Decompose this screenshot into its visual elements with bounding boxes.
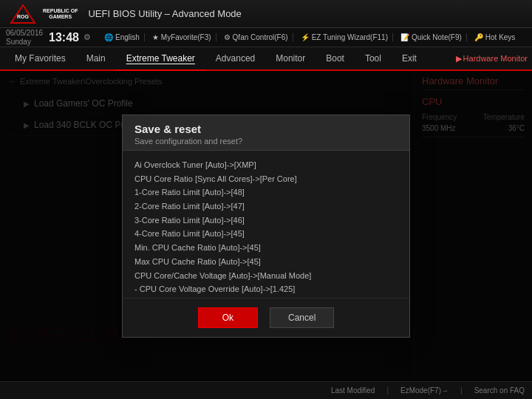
change-line-8: CPU Core/Cache Voltage [Auto]->[Manual M… <box>134 269 398 283</box>
ez-mode-label: EzMode(F7)→ <box>400 386 449 395</box>
footer-bar: Last Modified | EzMode(F7)→ | Search on … <box>0 381 532 399</box>
nav-boot[interactable]: Boot <box>316 47 355 71</box>
save-reset-modal: Save & reset Save configuration and rese… <box>122 115 410 338</box>
bios-title: UEFI BIOS Utility – Advanced Mode <box>88 8 241 19</box>
rog-emblem: ROG <box>7 4 38 24</box>
nav-my-favorites[interactable]: My Favorites <box>4 47 76 71</box>
change-line-4: 3-Core Ratio Limit [Auto]->[46] <box>134 214 398 228</box>
hot-keys-btn[interactable]: 🔑 Hot Keys <box>470 33 520 41</box>
language-icon: 🌐 <box>104 33 113 41</box>
nav-monitor[interactable]: Monitor <box>265 47 316 71</box>
qfan-label: Qfan Control(F6) <box>233 33 288 41</box>
ez-mode-item[interactable]: EzMode(F7)→ <box>400 386 449 395</box>
cancel-button[interactable]: Cancel <box>270 307 334 328</box>
change-line-9: - CPU Core Voltage Override [Auto]->[1.4… <box>134 282 398 296</box>
nav-advanced[interactable]: Advanced <box>205 47 265 71</box>
content-area: ← Extreme Tweaker\Overclocking Presets ▶… <box>0 71 532 381</box>
nav-exit[interactable]: Exit <box>392 47 427 71</box>
ok-button[interactable]: Ok <box>198 307 258 328</box>
qfan-icon: ⚙ <box>224 33 231 41</box>
main-navbar: My Favorites Main Extreme Tweaker Advanc… <box>0 47 532 71</box>
modal-footer: Ok Cancel <box>123 299 409 337</box>
qfan-control-btn[interactable]: ⚙ Qfan Control(F6) <box>219 33 293 41</box>
ez-label: EZ Tuning Wizard(F11) <box>312 33 388 41</box>
language-label: English <box>115 33 140 41</box>
search-faq-item[interactable]: Search on FAQ <box>474 386 525 395</box>
modal-title: Save & reset <box>134 123 398 135</box>
change-line-1: CPU Core Ratio [Sync All Cores]->[Per Co… <box>134 172 398 186</box>
hardware-monitor-label: Hardware Monitor <box>463 54 528 63</box>
settings-icon[interactable]: ⚙ <box>83 33 91 42</box>
quick-note-btn[interactable]: 📝 Quick Note(F9) <box>396 33 467 41</box>
nav-main[interactable]: Main <box>76 47 116 71</box>
rog-logo: ROG REPUBLIC OF GAMERS <box>7 4 78 24</box>
change-line-7: Max CPU Cache Ratio [Auto]->[45] <box>134 255 398 269</box>
bios-header: ROG REPUBLIC OF GAMERS UEFI BIOS Utility… <box>0 0 532 28</box>
ez-tuning-btn[interactable]: ⚡ EZ Tuning Wizard(F11) <box>296 33 393 41</box>
modal-changes-list: Ai Overclock Tuner [Auto]->[XMP] CPU Cor… <box>123 151 409 299</box>
date-display: 06/05/2016 Sunday <box>6 29 43 47</box>
modal-overlay: Save & reset Save configuration and rese… <box>0 71 532 381</box>
hardware-monitor-nav[interactable]: ▶ Hardware Monitor <box>456 54 528 64</box>
modal-subtitle: Save configuration and reset? <box>134 137 398 146</box>
hotkeys-icon: 🔑 <box>474 33 483 41</box>
monitor-icon: ▶ <box>456 54 462 64</box>
last-modified-label: Last Modified <box>331 386 375 395</box>
favorite-icon: ★ <box>152 33 159 41</box>
change-line-0: Ai Overclock Tuner [Auto]->[XMP] <box>134 158 398 172</box>
nav-extreme-tweaker[interactable]: Extreme Tweaker <box>116 47 205 71</box>
change-line-2: 1-Core Ratio Limit [Auto]->[48] <box>134 185 398 200</box>
nav-tool[interactable]: Tool <box>355 47 392 71</box>
last-modified-item: Last Modified <box>331 386 375 395</box>
search-faq-label: Search on FAQ <box>474 386 525 395</box>
my-favorite-btn[interactable]: ★ MyFavorite(F3) <box>148 33 216 41</box>
change-line-3: 2-Core Ratio Limit [Auto]->[47] <box>134 200 398 214</box>
note-icon: 📝 <box>400 33 409 41</box>
modal-header: Save & reset Save configuration and rese… <box>123 115 409 151</box>
favorite-label: MyFavorite(F3) <box>161 33 211 41</box>
language-selector[interactable]: 🌐 English <box>100 33 145 41</box>
logo-text-line1: REPUBLIC OF <box>43 8 78 14</box>
svg-text:ROG: ROG <box>17 14 30 19</box>
ez-icon: ⚡ <box>301 33 310 41</box>
time-display: 13:48 <box>49 31 79 44</box>
change-line-5: 4-Core Ratio Limit [Auto]->[45] <box>134 227 398 241</box>
note-label: Quick Note(F9) <box>412 33 462 41</box>
change-line-6: Min. CPU Cache Ratio [Auto]->[45] <box>134 241 398 255</box>
topbar: 06/05/2016 Sunday 13:48 ⚙ 🌐 English ★ My… <box>0 28 532 47</box>
hotkeys-label: Hot Keys <box>485 33 516 41</box>
logo-text-line2: GAMERS <box>43 14 78 20</box>
